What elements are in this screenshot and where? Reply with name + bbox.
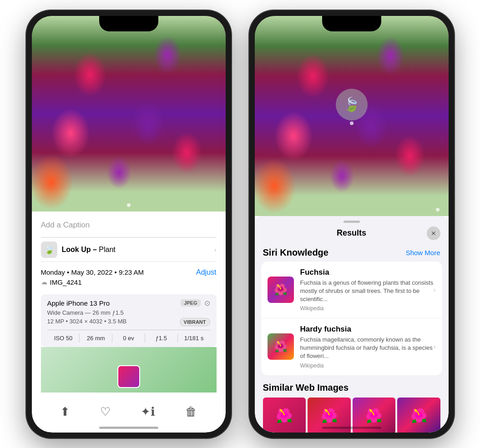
photo-image-2: 🍃 <box>255 16 449 216</box>
mp-info: 12 MP • 3024 × 4032 • 3.5 MB <box>47 318 127 326</box>
jpeg-badge: JPEG <box>181 299 200 307</box>
lens-icon: ⊙ <box>204 299 210 307</box>
vibrant-badge: VIBRANT <box>180 318 210 326</box>
siri-knowledge-header: Siri Knowledge Show More <box>255 245 449 262</box>
phone-1: Add a Caption 🍃 Look Up – Plant › <box>26 10 231 438</box>
page-indicator-2 <box>436 208 440 211</box>
result-source-hardy: Wikipedia <box>300 362 436 369</box>
date-section: Monday • May 30, 2022 • 9:23 AM Adjust ☁… <box>41 262 217 288</box>
info-button[interactable]: ✦ℹ <box>141 405 155 419</box>
date-text: Monday • May 30, 2022 • 9:23 AM <box>41 268 144 276</box>
photo-info: Add a Caption 🍃 Look Up – Plant › <box>32 211 226 398</box>
device-name: Apple iPhone 13 Pro <box>47 299 110 307</box>
exif-ev: 0 ev <box>112 334 145 342</box>
result-thumb-hardy <box>268 333 294 360</box>
result-name-hardy: Hardy fuchsia <box>300 325 436 334</box>
lookup-icon: 🍃 <box>41 242 57 258</box>
cloud-icon: ☁ <box>41 278 47 286</box>
exif-iso: ISO 50 <box>47 334 80 342</box>
home-indicator-1 <box>99 427 158 429</box>
result-content-fuchsia: Fuchsia Fuchsia is a genus of flowering … <box>300 268 436 312</box>
sim-img-4[interactable] <box>397 398 440 433</box>
delete-button[interactable]: 🗑 <box>185 405 197 419</box>
exif-shutter: 1/181 s <box>178 334 210 342</box>
similar-section: Similar Web Images <box>255 380 449 433</box>
photo-toolbar: ⬆ ♡ ✦ℹ 🗑 <box>32 400 226 419</box>
share-button[interactable]: ⬆ <box>60 405 70 419</box>
result-content-hardy: Hardy fuchsia Fuchsia magellanica, commo… <box>300 325 436 369</box>
caption-field[interactable]: Add a Caption <box>41 217 217 237</box>
filename: IMG_4241 <box>50 278 82 286</box>
home-indicator-2 <box>322 427 381 429</box>
chevron-fuchsia: › <box>434 286 436 293</box>
exif-row: ISO 50 26 mm 0 ev ƒ1.5 1/181 s <box>47 330 210 342</box>
lookup-row[interactable]: 🍃 Look Up – Plant › <box>41 237 217 262</box>
photo-image-1[interactable] <box>32 16 226 211</box>
visual-search-button[interactable]: 🍃 <box>336 89 368 121</box>
map-section[interactable] <box>41 347 217 393</box>
lookup-text: Look Up – Plant <box>62 246 116 254</box>
device-info: Apple iPhone 13 Pro JPEG ⊙ Wide Camera —… <box>41 294 217 347</box>
result-name-fuchsia: Fuchsia <box>300 268 436 277</box>
result-thumb-fuchsia <box>268 277 294 303</box>
leaf-icon: 🍃 <box>343 96 360 112</box>
result-item-hardy[interactable]: Hardy fuchsia Fuchsia magellanica, commo… <box>261 318 442 375</box>
sheet-title: Results <box>277 228 427 238</box>
notch-2 <box>322 16 381 31</box>
close-button[interactable]: ✕ <box>427 227 440 240</box>
result-desc-hardy: Fuchsia magellanica, commonly known as t… <box>300 336 436 361</box>
device-badges: JPEG ⊙ <box>181 299 210 307</box>
exif-focal: 26 mm <box>80 334 112 342</box>
results-card: Fuchsia Fuchsia is a genus of flowering … <box>261 262 442 375</box>
notch-1 <box>99 16 158 31</box>
exif-aperture: ƒ1.5 <box>145 334 178 342</box>
result-source-fuchsia: Wikipedia <box>300 305 436 312</box>
camera-details: Wide Camera — 26 mm ƒ1.5 <box>47 309 210 316</box>
sheet-header: Results ✕ <box>255 223 449 245</box>
chevron-icon: › <box>214 246 217 253</box>
map-thumbnail <box>117 365 140 388</box>
favorite-button[interactable]: ♡ <box>100 405 111 419</box>
result-item-fuchsia[interactable]: Fuchsia Fuchsia is a genus of flowering … <box>261 262 442 319</box>
results-sheet: Results ✕ Siri Knowledge Show More <box>255 216 449 433</box>
similar-title: Similar Web Images <box>263 383 440 393</box>
phone-2: 🍃 Results ✕ <box>249 10 454 438</box>
sim-img-1[interactable] <box>263 398 306 433</box>
siri-knowledge-title: Siri Knowledge <box>263 247 328 258</box>
result-desc-fuchsia: Fuchsia is a genus of flowering plants t… <box>300 279 436 304</box>
vs-dot <box>350 121 354 125</box>
chevron-hardy: › <box>434 343 436 350</box>
page-indicator <box>127 203 131 207</box>
show-more-button[interactable]: Show More <box>406 249 440 257</box>
adjust-button[interactable]: Adjust <box>196 268 216 277</box>
